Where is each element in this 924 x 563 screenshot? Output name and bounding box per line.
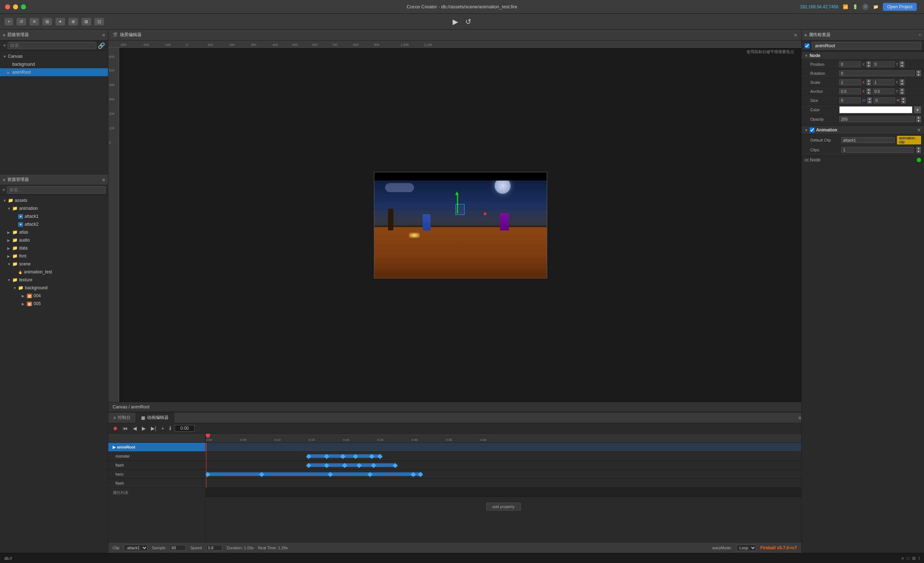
record-button[interactable]: ⏺ bbox=[111, 425, 119, 432]
asset-attack1[interactable]: ✦ attack1 bbox=[0, 212, 108, 220]
track-label-flash-2[interactable]: flash bbox=[108, 479, 206, 488]
animation-enabled-checkbox[interactable] bbox=[810, 128, 814, 132]
position-y-input[interactable] bbox=[873, 62, 894, 67]
node-section-header[interactable]: ▼ Node bbox=[802, 51, 924, 60]
step-forward-button[interactable]: ▶| bbox=[149, 425, 158, 432]
transform-button[interactable]: ✕ bbox=[29, 18, 39, 26]
asset-menu-button[interactable]: ≡ bbox=[102, 177, 105, 183]
hierarchy-search-input[interactable] bbox=[8, 42, 96, 49]
asset-folder-scene[interactable]: ▼ 📁 scene bbox=[0, 260, 108, 268]
step-back-button[interactable]: ◀ bbox=[131, 425, 138, 432]
open-project-button[interactable]: Open Project bbox=[883, 3, 917, 11]
asset-attack2[interactable]: ✦ attack2 bbox=[0, 220, 108, 228]
scale-y-up[interactable]: ▲ bbox=[900, 79, 904, 83]
scene-menu-button[interactable]: ≡ bbox=[794, 32, 797, 38]
asset-search-input[interactable] bbox=[7, 186, 106, 194]
tree-item-animroot[interactable]: ▶ animRoot bbox=[0, 68, 108, 76]
move-button[interactable]: ✦ bbox=[55, 18, 65, 26]
inspector-expand-button[interactable]: + bbox=[918, 32, 921, 38]
animation-section-header[interactable]: ▼ Animation ✕ bbox=[802, 125, 924, 135]
size-h-down[interactable]: ▼ bbox=[901, 101, 906, 104]
anchor-button[interactable]: ⊕ bbox=[68, 18, 78, 26]
scale-x-up[interactable]: ▲ bbox=[866, 79, 871, 83]
asset-folder-atlas[interactable]: ▶ 📁 atlas bbox=[0, 228, 108, 236]
size-w-up[interactable]: ▲ bbox=[867, 97, 872, 101]
time-display[interactable]: 0:00 bbox=[175, 425, 195, 432]
tool-button[interactable]: ⊡ bbox=[94, 18, 104, 26]
pos-x-up[interactable]: ▲ bbox=[866, 61, 871, 64]
color-swatch[interactable] bbox=[839, 106, 912, 113]
tab-console[interactable]: ≡ 控制台 bbox=[108, 413, 136, 423]
anchor-y-input[interactable] bbox=[873, 89, 894, 94]
asset-005[interactable]: ▶ ▦ 005 bbox=[0, 300, 108, 308]
rotation-input[interactable] bbox=[839, 71, 915, 76]
hierarchy-add-button[interactable]: + bbox=[3, 42, 6, 49]
asset-folder-texture[interactable]: ▼ 📁 texture bbox=[0, 276, 108, 284]
track-label-flash-1[interactable]: flash bbox=[108, 461, 206, 470]
asset-add-button[interactable]: + bbox=[2, 187, 5, 193]
anchor-x-input[interactable] bbox=[839, 89, 861, 94]
animation-section-close[interactable]: ✕ bbox=[917, 127, 921, 133]
close-button[interactable] bbox=[5, 5, 10, 9]
opacity-up[interactable]: ▲ bbox=[916, 116, 921, 119]
tree-item-canvas[interactable]: ▼ Canvas bbox=[0, 53, 108, 60]
anchor-x-down[interactable]: ▼ bbox=[866, 92, 871, 95]
hierarchy-link-button[interactable]: 🔗 bbox=[98, 42, 105, 49]
skip-start-button[interactable]: ⏮ bbox=[121, 425, 129, 432]
asset-folder-audio[interactable]: ▶ 📁 audio bbox=[0, 236, 108, 244]
scene-viewport[interactable]: -300 -200 -100 0 100 200 300 400 500 600… bbox=[108, 41, 801, 402]
maximize-button[interactable] bbox=[21, 5, 26, 9]
scale-y-down[interactable]: ▼ bbox=[900, 83, 904, 86]
pos-y-down[interactable]: ▼ bbox=[900, 64, 904, 68]
anim-editor-menu-button[interactable]: ≡ bbox=[798, 415, 801, 421]
rect-button[interactable]: ⊞ bbox=[42, 18, 52, 26]
add-keyframe-button[interactable]: + bbox=[160, 425, 166, 432]
scale-button[interactable]: ⊠ bbox=[81, 18, 92, 26]
anim-play-button[interactable]: ▶ bbox=[140, 425, 147, 432]
clips-down[interactable]: ▼ bbox=[916, 150, 921, 153]
clips-up[interactable]: ▲ bbox=[916, 147, 921, 150]
add-node-button[interactable]: + bbox=[4, 18, 14, 26]
hierarchy-menu-button[interactable]: ≡ bbox=[102, 32, 105, 38]
refresh-scene-button[interactable]: ↺ bbox=[465, 17, 471, 26]
status-btn-1[interactable]: ≡ bbox=[901, 556, 904, 561]
track-label-monster[interactable]: monster bbox=[108, 452, 206, 461]
play-button[interactable]: ▶ bbox=[453, 17, 458, 26]
scale-y-input[interactable] bbox=[873, 80, 894, 85]
track-label-hero[interactable]: hero bbox=[108, 470, 206, 479]
keyframe-info-button[interactable]: ℹ bbox=[168, 425, 172, 432]
asset-folder-assets[interactable]: ▼ 📁 assets bbox=[0, 197, 108, 204]
tab-animation-editor[interactable]: ▦ 动画编辑器 bbox=[136, 413, 174, 423]
status-btn-3[interactable]: ⊞ bbox=[912, 556, 916, 561]
asset-animation-test[interactable]: 🔥 animation_test bbox=[0, 268, 108, 276]
color-dropdown[interactable]: ▼ bbox=[914, 106, 921, 113]
tree-item-background[interactable]: background bbox=[0, 60, 108, 68]
size-w-down[interactable]: ▼ bbox=[867, 101, 872, 104]
refresh-button[interactable]: ↺ bbox=[16, 18, 26, 26]
scale-x-down[interactable]: ▼ bbox=[866, 83, 871, 86]
speed-input[interactable]: 0.8 bbox=[206, 545, 222, 551]
position-x-input[interactable] bbox=[839, 62, 861, 67]
pos-y-up[interactable]: ▲ bbox=[900, 61, 904, 64]
size-h-input[interactable] bbox=[873, 98, 895, 103]
track-label-animroot[interactable]: ▶ animRoot bbox=[108, 443, 206, 452]
status-btn-2[interactable]: □ bbox=[907, 556, 909, 561]
size-w-input[interactable] bbox=[839, 98, 861, 103]
warpmode-select[interactable]: Loop bbox=[736, 545, 756, 551]
anchor-y-down[interactable]: ▼ bbox=[900, 92, 904, 95]
node-enabled-checkbox[interactable] bbox=[804, 44, 810, 48]
default-clip-input[interactable] bbox=[842, 137, 895, 143]
node-name-input[interactable]: animRoot bbox=[812, 42, 921, 50]
rot-down[interactable]: ▼ bbox=[916, 73, 921, 77]
asset-folder-animation[interactable]: ▼ 📁 animation bbox=[0, 204, 108, 212]
asset-folder-data[interactable]: ▶ 📁 data bbox=[0, 244, 108, 252]
size-h-up[interactable]: ▲ bbox=[901, 97, 906, 101]
rot-up[interactable]: ▲ bbox=[916, 70, 921, 73]
anchor-x-up[interactable]: ▲ bbox=[866, 88, 871, 92]
asset-folder-font[interactable]: ▶ 📁 font bbox=[0, 252, 108, 260]
opacity-down[interactable]: ▼ bbox=[916, 119, 921, 122]
anchor-y-up[interactable]: ▲ bbox=[900, 88, 904, 92]
sample-input[interactable]: 60 bbox=[170, 545, 186, 551]
scale-x-input[interactable] bbox=[839, 80, 861, 85]
opacity-input[interactable] bbox=[839, 116, 915, 122]
